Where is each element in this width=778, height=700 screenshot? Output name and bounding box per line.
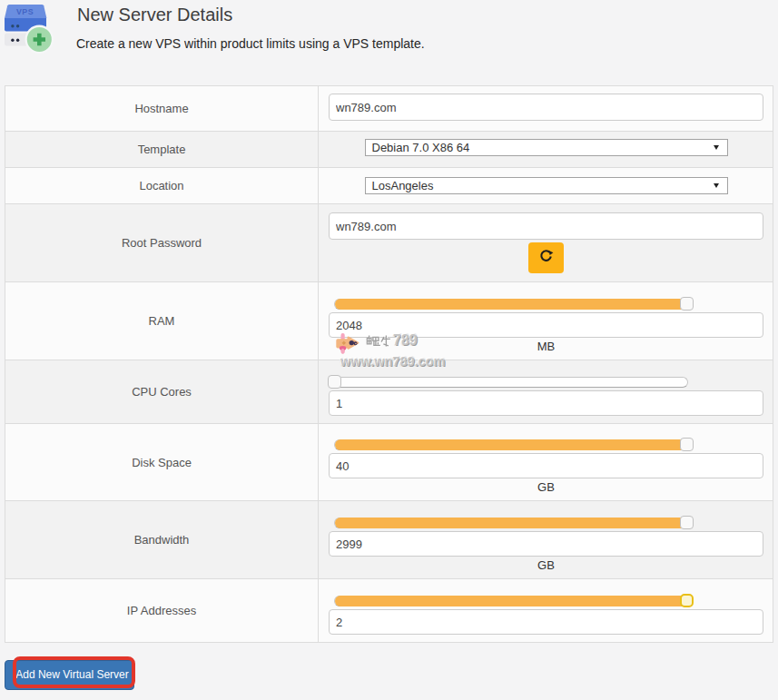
- svg-text:VPS: VPS: [16, 7, 34, 16]
